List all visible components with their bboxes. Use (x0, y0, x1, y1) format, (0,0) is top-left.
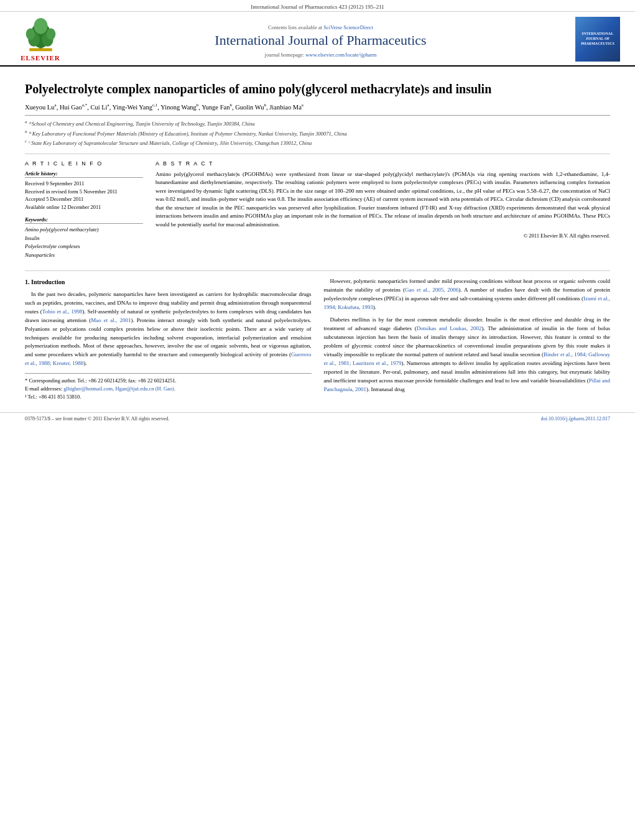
journal-homepage: journal homepage: www.elsevier.com/locat… (265, 52, 377, 58)
article-history: Article history: Received 9 September 20… (25, 170, 143, 211)
abstract-col: A B S T R A C T Amino poly(glycerol meth… (155, 160, 610, 264)
affil-c: c ᶜ State Key Laboratory of Supramolecul… (25, 138, 610, 147)
journal-title: International Journal of Pharmaceutics (215, 32, 426, 48)
received-date: Received 9 September 2011 (25, 180, 143, 188)
homepage-link[interactable]: www.elsevier.com/locate/ijpharm (305, 52, 376, 58)
copyright-line: © 2011 Elsevier B.V. All rights reserved… (155, 233, 610, 239)
journal-center: Contents lists available at SciVerse Sci… (68, 17, 573, 65)
affil-b: b ᵇ Key Laboratory of Functional Polymer… (25, 129, 610, 138)
keyword-4: Nanoparticles (25, 251, 143, 260)
article-title: Polyelectrolyte complex nanoparticles of… (25, 81, 610, 97)
journal-thumbnail: INTERNATIONAL JOURNAL OF PHARMACEUTICS (573, 17, 623, 65)
accepted-date: Accepted 5 December 2011 (25, 195, 143, 203)
footnote-area: * Corresponding author. Tel.: +86 22 602… (25, 373, 312, 400)
divider-1 (25, 154, 610, 154)
elsevier-logo: ELSEVIER (12, 17, 68, 65)
footnote-email: E-mail addresses: glhigher@hotmail.com, … (25, 385, 312, 393)
journal-header: ELSEVIER Contents lists available at Sci… (0, 12, 635, 67)
ref-tobio[interactable]: Tobio et al., 1998 (42, 308, 83, 315)
history-label: Article history: (25, 170, 143, 178)
body-para-right-1: However, polymeric nanoparticles formed … (324, 277, 611, 312)
body-col-right: However, polymeric nanoparticles formed … (324, 277, 611, 400)
journal-citation-bar: International Journal of Pharmaceutics 4… (0, 0, 635, 12)
keyword-3: Polyelectrolyte complexes (25, 242, 143, 251)
affil-a: a ᵃ School of Chemistry and Chemical Eng… (25, 119, 610, 128)
article-info-col: A R T I C L E I N F O Article history: R… (25, 160, 143, 264)
received-revised-date: Received in revised form 5 November 2011 (25, 188, 143, 196)
abstract-text: Amino poly(glycerol methacrylate)s (PGOH… (155, 170, 610, 229)
elsevier-tree-icon (24, 18, 58, 52)
ref-mao[interactable]: Mao et al., 2001 (91, 317, 131, 323)
article-info-heading: A R T I C L E I N F O (25, 160, 143, 167)
affiliations: a ᵃ School of Chemistry and Chemical Eng… (25, 115, 610, 147)
issn-line: 0378-5173/$ – see front matter © 2011 El… (25, 416, 169, 422)
svg-point-6 (34, 18, 47, 34)
abstract-heading: A B S T R A C T (155, 160, 610, 167)
journal-citation: International Journal of Pharmaceutics 4… (251, 4, 384, 10)
ref-gao[interactable]: Gao et al., 2005, 2006 (405, 287, 458, 293)
contents-label: Contents lists available at (268, 24, 322, 30)
available-date: Available online 12 December 2011 (25, 203, 143, 211)
elsevier-brand: ELSEVIER (21, 54, 60, 62)
svg-point-5 (46, 29, 55, 40)
ref-izumi[interactable]: Izumi et al., 1994; Kokufuta, 1993 (324, 295, 611, 310)
ref-guerrero[interactable]: Guerrero et al., 1988; Kreuter, 1988 (25, 351, 312, 366)
info-abstract-section: A R T I C L E I N F O Article history: R… (25, 160, 610, 264)
body-section: 1. Introduction In the past two decades,… (25, 277, 610, 400)
keywords-label: Keywords: (25, 216, 143, 224)
doi-line[interactable]: doi:10.1016/j.ijpharm.2011.12.017 (541, 416, 610, 422)
svg-rect-7 (29, 48, 52, 52)
body-para-1: In the past two decades, polymeric nanop… (25, 290, 312, 368)
journal-cover-image: INTERNATIONAL JOURNAL OF PHARMACEUTICS (575, 17, 620, 62)
bottom-bar: 0378-5173/$ – see front matter © 2011 El… (0, 412, 635, 425)
footnote-tel: ¹ Tel.: +86 431 851 53810. (25, 393, 312, 401)
homepage-label: journal homepage: (265, 52, 305, 58)
ref-binder[interactable]: Binder et al., 1984; Galloway et al., 19… (324, 351, 611, 366)
divider-2 (25, 270, 610, 271)
authors-line: Xueyou Lua, Hui Gaoa,*, Cui Lia, Ying-We… (25, 102, 610, 112)
keyword-2: Insulin (25, 234, 143, 243)
keyword-1: Amino poly(glycerol methacrylate) (25, 226, 143, 234)
svg-point-4 (25, 29, 35, 40)
footnote-corresponding: * Corresponding author. Tel.: +86 22 602… (25, 377, 312, 385)
body-para-right-2: Diabetes mellitus is by far the most com… (324, 316, 611, 394)
sciverse-link[interactable]: SciVerse ScienceDirect (323, 24, 373, 30)
keywords-section: Keywords: Amino poly(glycerol methacryla… (25, 216, 143, 259)
main-content: Polyelectrolyte complex nanoparticles of… (0, 67, 635, 407)
footnote-email-value[interactable]: glhigher@hotmail.com, Hgan@tjut.edu.cn (… (63, 385, 175, 392)
sciverse-line: Contents lists available at SciVerse Sci… (268, 24, 373, 30)
section1-title: 1. Introduction (25, 277, 312, 287)
ref-dotsikas[interactable]: Dotsikas and Loukas, 2002 (417, 325, 482, 331)
body-col-left: 1. Introduction In the past two decades,… (25, 277, 312, 400)
ref-pillai[interactable]: Pillai and Panchagnula, 2001 (324, 377, 611, 392)
keywords-list: Amino poly(glycerol methacrylate) Insuli… (25, 226, 143, 259)
page-container: International Journal of Pharmaceutics 4… (0, 0, 635, 840)
